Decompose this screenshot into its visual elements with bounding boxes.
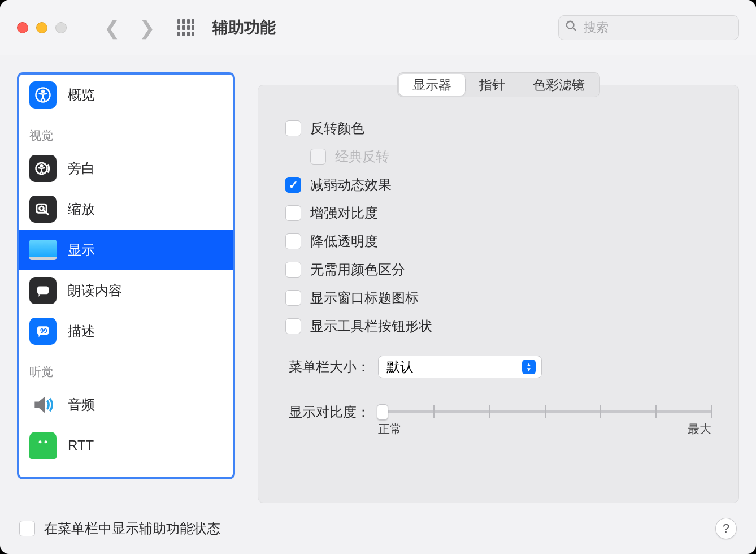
option-diff-without-color[interactable]: 无需用颜色区分 [285, 261, 711, 279]
footer: 在菜单栏中显示辅助功能状态 ? [0, 503, 756, 554]
option-label: 显示工具栏按钮形状 [310, 317, 432, 335]
checkbox[interactable] [285, 233, 301, 249]
show-in-menubar-checkbox[interactable] [19, 521, 35, 536]
body: 概览 视觉 旁白 缩放 显示 [0, 55, 756, 503]
tab-color-filters[interactable]: 色彩滤镜 [519, 74, 598, 96]
help-button[interactable]: ? [715, 518, 737, 539]
checkbox [310, 149, 326, 165]
sidebar-item-label: 旁白 [68, 159, 95, 178]
sidebar-item-label: 概览 [68, 86, 95, 104]
show-in-menubar-label: 在菜单栏中显示辅助功能状态 [44, 520, 220, 538]
accessibility-icon [29, 81, 57, 109]
sidebar-item-label: 缩放 [68, 200, 95, 218]
checkbox[interactable] [285, 177, 301, 193]
option-classic-invert: 经典反转 [310, 148, 711, 166]
checkbox[interactable] [285, 205, 301, 221]
content: 显示器 指针 色彩滤镜 反转颜色 经典反转 减弱动态 [258, 72, 739, 503]
slider-max-label: 最大 [688, 421, 711, 437]
select-value: 默认 [386, 358, 414, 376]
menu-bar-size-row: 菜单栏大小： 默认 ▲▼ [285, 356, 711, 378]
option-reduce-transparency[interactable]: 降低透明度 [285, 232, 711, 250]
option-invert-colors[interactable]: 反转颜色 [285, 119, 711, 137]
option-label: 显示窗口标题图标 [310, 289, 419, 307]
sidebar-item-descriptions[interactable]: 99 描述 [19, 311, 233, 352]
slider-thumb[interactable] [377, 404, 388, 420]
back-button[interactable]: ❮ [104, 18, 120, 37]
option-label: 经典反转 [335, 148, 389, 166]
minimize-window-button[interactable] [36, 22, 47, 33]
svg-point-13 [45, 440, 47, 443]
option-increase-contrast[interactable]: 增强对比度 [285, 204, 711, 222]
sidebar-item-label: RTT [68, 438, 94, 453]
sidebar-item-label: 朗读内容 [68, 282, 122, 300]
sidebar-item-display[interactable]: 显示 [19, 230, 233, 270]
sidebar-item-label: 描述 [68, 322, 95, 340]
zoom-window-button[interactable] [55, 22, 67, 33]
window-title: 辅助功能 [212, 17, 276, 38]
menu-bar-size-select[interactable]: 默认 ▲▼ [378, 356, 542, 378]
sidebar-item-voiceover[interactable]: 旁白 [19, 148, 233, 189]
tab-display[interactable]: 显示器 [399, 74, 465, 96]
sidebar-item-speak[interactable]: 朗读内容 [19, 270, 233, 311]
settings-panel: 反转颜色 经典反转 减弱动态效果 增强对比度 降低透明度 [258, 85, 739, 503]
nav-arrows: ❮ ❯ [104, 18, 155, 37]
svg-point-7 [40, 206, 44, 211]
option-label: 增强对比度 [310, 204, 378, 222]
descriptions-icon: 99 [29, 318, 57, 345]
sidebar-section-visual: 视觉 [19, 115, 233, 148]
checkbox[interactable] [285, 262, 301, 278]
option-show-toolbar-shapes[interactable]: 显示工具栏按钮形状 [285, 317, 711, 335]
sidebar-item-overview[interactable]: 概览 [19, 75, 233, 115]
svg-line-1 [573, 27, 576, 31]
rtt-icon [29, 432, 57, 459]
svg-point-5 [41, 165, 43, 167]
window-controls [17, 22, 67, 33]
voiceover-icon [29, 155, 57, 182]
search-wrap [558, 15, 739, 40]
option-label: 反转颜色 [310, 119, 364, 137]
menu-bar-size-label: 菜单栏大小： [285, 358, 370, 376]
option-label: 减弱动态效果 [310, 176, 392, 194]
select-caret-icon: ▲▼ [522, 360, 536, 374]
toolbar: ❮ ❯ 辅助功能 [0, 0, 756, 55]
sidebar-item-audio[interactable]: 音频 [19, 384, 233, 425]
checkbox[interactable] [285, 120, 301, 136]
svg-point-3 [42, 90, 44, 93]
slider-min-label: 正常 [378, 421, 402, 437]
speak-icon [29, 277, 57, 304]
preferences-window: ❮ ❯ 辅助功能 概览 视觉 [0, 0, 756, 554]
sidebar-item-zoom[interactable]: 缩放 [19, 189, 233, 230]
option-reduce-motion[interactable]: 减弱动态效果 [285, 176, 711, 194]
svg-point-12 [39, 440, 42, 443]
checkbox[interactable] [285, 318, 301, 334]
contrast-row: 显示对比度： 正常 [285, 403, 711, 437]
option-show-title-icons[interactable]: 显示窗口标题图标 [285, 289, 711, 307]
contrast-slider[interactable]: 正常 最大 [378, 403, 711, 437]
search-icon [565, 20, 577, 36]
audio-icon [29, 391, 57, 418]
search-input[interactable] [558, 15, 739, 40]
checkbox[interactable] [285, 290, 301, 306]
sidebar: 概览 视觉 旁白 缩放 显示 [17, 72, 235, 479]
sidebar-item-rtt[interactable]: RTT [19, 425, 233, 466]
forward-button[interactable]: ❯ [139, 18, 155, 37]
display-icon [29, 240, 57, 260]
contrast-label: 显示对比度： [285, 403, 370, 421]
svg-point-0 [567, 21, 574, 28]
svg-rect-9 [37, 287, 49, 295]
sidebar-item-label: 音频 [68, 396, 95, 414]
option-label: 无需用颜色区分 [310, 261, 405, 279]
tab-bar: 显示器 指针 色彩滤镜 [397, 72, 600, 97]
close-window-button[interactable] [17, 22, 28, 33]
sidebar-item-label: 显示 [68, 241, 95, 259]
sidebar-section-hearing: 听觉 [19, 352, 233, 384]
option-label: 降低透明度 [310, 232, 378, 250]
svg-text:99: 99 [40, 327, 47, 334]
show-all-icon[interactable] [177, 19, 194, 36]
zoom-icon [29, 196, 57, 223]
tab-pointer[interactable]: 指针 [466, 74, 519, 96]
